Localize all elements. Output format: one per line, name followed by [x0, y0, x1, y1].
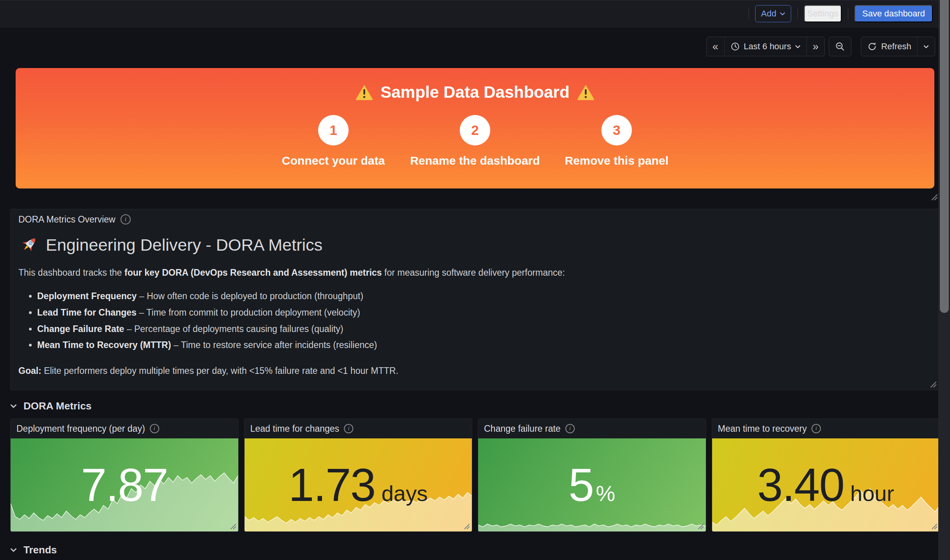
chevron-down-icon — [10, 548, 17, 552]
info-icon[interactable]: i — [150, 424, 159, 433]
stat-panel-row: Deployment frequency (per day) i 7.87 Le… — [10, 418, 940, 532]
dashboard-toolbar: Add Settings Save dashboard — [0, 0, 950, 27]
toolbar-divider — [797, 8, 798, 19]
stat-body: 7.87 — [11, 438, 238, 531]
stat-value-wrap: 7.87 — [11, 438, 238, 531]
info-icon[interactable]: i — [811, 424, 821, 433]
banner-title-row: Sample Data Dashboard — [16, 68, 934, 102]
time-range-group: « Last 6 hours » — [706, 37, 825, 56]
toolbar-divider — [748, 8, 749, 19]
refresh-icon — [867, 41, 877, 52]
banner-steps: 1 Connect your data 2 Rename the dashboa… — [16, 115, 934, 167]
stat-panel-lead-time: Lead time for changes i 1.73 days — [244, 418, 473, 532]
stat-panel-mttr: Mean time to recovery i 3.40 hour — [712, 418, 940, 532]
panel-resize-handle[interactable] — [697, 523, 704, 530]
time-range-picker[interactable]: Last 6 hours — [724, 37, 806, 56]
list-item: Deployment Frequency – How often code is… — [37, 289, 932, 303]
refresh-button[interactable]: Refresh — [861, 37, 917, 56]
info-icon[interactable]: i — [121, 214, 131, 224]
vertical-scrollbar — [938, 0, 950, 560]
panel-resize-handle[interactable] — [930, 193, 938, 201]
stat-unit: % — [596, 481, 615, 506]
panel-header[interactable]: Lead time for changes i — [245, 419, 472, 438]
section-title: DORA Metrics — [23, 400, 92, 412]
chevron-down-icon — [780, 12, 785, 16]
banner-step-1: 1 Connect your data — [263, 115, 404, 167]
panel-title: Deployment frequency (per day) — [16, 424, 145, 434]
stat-value-wrap: 3.40 hour — [712, 438, 940, 531]
spacer — [855, 37, 857, 56]
panel-resize-handle[interactable] — [929, 381, 937, 388]
panel-header[interactable]: Change failure rate i — [478, 419, 706, 438]
section-row-trends[interactable]: Trends — [10, 541, 940, 558]
time-controls-bar: « Last 6 hours » Refresh — [10, 37, 935, 56]
panel-title: Change failure rate — [484, 424, 561, 434]
stat-unit: hour — [850, 481, 894, 506]
clock-icon — [730, 42, 740, 51]
step-label: Connect your data — [282, 154, 385, 167]
chevron-down-icon — [10, 404, 17, 408]
zoom-out-button[interactable] — [829, 37, 851, 56]
info-icon[interactable]: i — [344, 424, 353, 433]
overview-heading: Engineering Delivery - DORA Metrics — [46, 235, 322, 255]
stat-unit: days — [381, 481, 428, 506]
panel-resize-handle[interactable] — [931, 523, 938, 530]
zoom-out-icon — [835, 41, 845, 52]
stat-panel-change-failure-rate: Change failure rate i 5 % — [478, 418, 706, 532]
refresh-label: Refresh — [881, 41, 911, 52]
stat-value-row: 3.40 hour — [757, 462, 894, 508]
banner-step-3: 3 Remove this panel — [546, 115, 687, 167]
warning-icon — [355, 84, 373, 101]
dora-metric-list: Deployment Frequency – How often code is… — [18, 289, 932, 352]
section-title: Trends — [23, 544, 57, 556]
toolbar-divider — [848, 8, 848, 19]
sample-data-banner: Sample Data Dashboard 1 Connect your dat… — [16, 68, 934, 188]
panel-header[interactable]: Deployment frequency (per day) i — [11, 419, 238, 438]
list-item: Change Failure Rate – Percentage of depl… — [37, 322, 932, 336]
add-button-label: Add — [761, 9, 776, 19]
stat-value: 5 — [569, 462, 594, 508]
stat-value: 3.40 — [757, 462, 844, 508]
time-shift-back-button[interactable]: « — [707, 37, 724, 56]
step-number-badge: 1 — [318, 115, 349, 145]
stat-body: 3.40 hour — [712, 438, 940, 531]
panel-header[interactable]: Mean time to recovery i — [712, 419, 940, 438]
list-item: Lead Time for Changes – Time from commit… — [37, 306, 932, 320]
panel-title: DORA Metrics Overview — [18, 214, 115, 225]
panel-header[interactable]: DORA Metrics Overview i — [18, 209, 932, 230]
banner-title: Sample Data Dashboard — [380, 83, 569, 102]
scrollbar-thumb[interactable] — [940, 0, 949, 313]
info-icon[interactable]: i — [565, 424, 575, 433]
step-number-badge: 2 — [460, 115, 490, 145]
zoom-out-group — [829, 37, 851, 56]
time-range-label: Last 6 hours — [744, 41, 791, 52]
section-row-dora-metrics[interactable]: DORA Metrics — [10, 397, 940, 415]
list-item: Mean Time to Recovery (MTTR) – Time to r… — [37, 338, 932, 352]
step-number-badge: 3 — [601, 115, 632, 145]
refresh-interval-dropdown[interactable] — [917, 37, 935, 56]
save-dashboard-button[interactable]: Save dashboard — [855, 5, 933, 22]
panel-title: Lead time for changes — [250, 424, 340, 434]
save-dashboard-label: Save dashboard — [862, 9, 925, 19]
overview-heading-row: Engineering Delivery - DORA Metrics — [18, 234, 932, 255]
stat-value-row: 5 % — [569, 462, 615, 508]
stat-body: 1.73 days — [245, 438, 472, 531]
panel-title: Mean time to recovery — [718, 424, 807, 434]
warning-icon — [577, 84, 595, 101]
settings-button[interactable]: Settings — [804, 5, 842, 22]
add-button[interactable]: Add — [755, 5, 791, 22]
rocket-icon — [18, 234, 40, 255]
dora-overview-panel: DORA Metrics Overview i Engineering Deli… — [10, 209, 940, 390]
stat-value-wrap: 5 % — [478, 438, 706, 531]
stat-panel-deployment-frequency: Deployment frequency (per day) i 7.87 — [10, 418, 239, 532]
stat-value-row: 1.73 days — [288, 462, 428, 508]
time-shift-forward-button[interactable]: » — [806, 37, 824, 56]
banner-step-2: 2 Rename the dashboard — [404, 115, 546, 167]
step-label: Remove this panel — [565, 154, 668, 167]
panel-resize-handle[interactable] — [230, 523, 237, 530]
banner-panel-slot: Sample Data Dashboard 1 Connect your dat… — [10, 68, 940, 188]
panel-resize-handle[interactable] — [463, 523, 470, 530]
stat-value-row: 7.87 — [81, 462, 168, 508]
settings-button-label: Settings — [807, 9, 838, 19]
stat-value-wrap: 1.73 days — [245, 438, 472, 531]
